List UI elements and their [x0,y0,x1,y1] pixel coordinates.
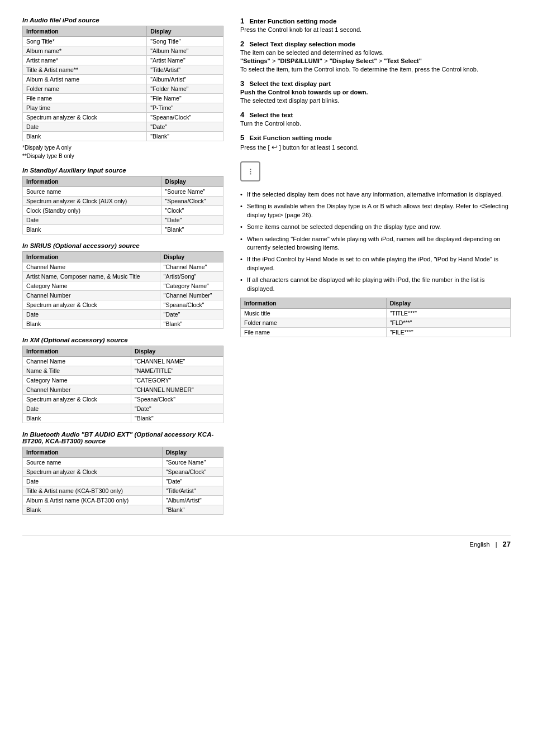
step-2-body: The item can be selected and determined … [240,49,511,73]
table-row: Category Name"Category Name" [23,281,223,291]
table-row: Title & Artist name**"Title/Artist" [23,65,223,75]
table-xm: Information Display Channel Name"CHANNEL… [22,346,223,423]
table-row: Folder name"FLD***" [241,318,511,327]
bullet-item: When selecting "Folder name" while playi… [240,235,511,252]
step-2-line-0: The item can be selected and determined … [240,49,511,56]
bullet-item: If the selected display item does not ha… [240,190,511,199]
cell-display: "Folder Name" [147,84,223,94]
cell-information: Spectrum analyzer & Clock (AUX only) [23,197,162,206]
col-header-information-5: Information [23,447,163,458]
cell-information: Channel Number [23,291,160,300]
table-row: Spectrum analyzer & Clock"Speana/Clock" [23,395,223,404]
step-3: 3 Select the text display part Push the … [240,79,511,104]
cell-information: Spectrum analyzer & Clock [23,395,131,404]
step-4-number: 4 [240,111,244,119]
step-2-title: Select Text display selection mode [249,41,355,47]
table-row: Date"Date" [23,122,223,132]
table-row: Folder name"Folder Name" [23,84,223,94]
table-row: Artist name*"Artist Name" [23,56,223,65]
step-3-body: Push the Control knob towards up or down… [240,89,511,104]
step-5: 5 Exit Function setting mode Press the [… [240,133,511,151]
step-2-number: 2 [240,40,244,48]
step-1: 1 Enter Function setting mode Press the … [240,17,511,33]
cell-display: "Blank" [131,414,223,423]
cell-information: Song Title* [23,37,147,46]
step-3-line-1: The selected text display part blinks. [240,97,511,104]
language-label: English [470,541,490,548]
icon-area: ⁝ [240,158,511,185]
cell-display: "Title/Artist" [147,65,223,75]
cell-information: Category Name [23,281,160,291]
step-4: 4 Select the text Turn the Control knob. [240,111,511,127]
cell-information: Album & Artist name [23,75,147,84]
cell-information: Spectrum analyzer & Clock [23,467,163,477]
step-1-spacer [246,18,248,25]
cell-information: Name & Title [23,366,131,376]
cell-display: "Speana/Clock" [162,467,223,477]
right-column: 1 Enter Function setting mode Press the … [240,17,511,518]
cell-information: Spectrum analyzer & Clock [23,113,147,122]
page-number: 27 [503,540,511,548]
cell-information: Channel Name [23,262,160,272]
cell-display: "FLD***" [386,318,510,327]
col-header-display-ipod: Display [386,298,510,308]
cell-display: "Blank" [147,132,223,141]
step-2: 2 Select Text display selection mode The… [240,40,511,73]
bullet-item: Setting is available when the Display ty… [240,202,511,219]
cell-display: "TITLE***" [386,308,510,318]
cell-display: "Artist Name" [147,56,223,65]
cell-display: "FILE***" [386,327,510,337]
cell-display: "Blank" [161,225,223,235]
col-header-information-ipod: Information [241,298,387,308]
cell-display: "Date" [162,477,223,486]
table-audio-ipod: Information Display Song Title*"Song Tit… [22,26,223,141]
table-row: Artist Name, Composer name, & Music Titl… [23,272,223,281]
step-2-line-1: "Settings" > "DISP&ILLUMI" > "Display Se… [240,58,511,64]
step-1-body: Press the Control knob for at least 1 se… [240,26,511,33]
left-column: In Audio file/ iPod source Information D… [22,17,223,518]
cell-information: Blank [23,414,131,423]
step-3-number: 3 [240,79,244,88]
col-header-information-1: Information [23,26,147,37]
grid-icon: ⁝ [249,166,252,177]
cell-information: Date [23,404,131,414]
bullet-item: If the iPod Control by Hand Mode is set … [240,255,511,272]
cell-information: Category Name [23,376,131,385]
cell-information: Folder name [241,318,387,327]
cell-display: "Source Name" [162,458,223,467]
section-title-sirius: In SIRIUS (Optional accessory) source [22,242,223,249]
table-row: Date"Date" [23,404,223,414]
table-row: File name"FILE***" [241,327,511,337]
table-row: Blank"Blank" [23,319,223,329]
cell-display: "Channel Number" [160,291,223,300]
table-bluetooth: Information Display Source name"Source N… [22,447,223,515]
cell-display: "CHANNEL NAME" [131,357,223,366]
cell-information: Date [23,477,163,486]
cell-information: Blank [23,505,163,515]
page-layout: In Audio file/ iPod source Information D… [22,17,511,518]
footnote-2: **Dispaly type B only [22,153,223,159]
cell-information: Title & Artist name (KCA-BT300 only) [23,486,163,496]
cell-display: "Channel Name" [160,262,223,272]
cell-information: Album & Artist name (KCA-BT300 only) [23,496,163,505]
cell-display: "Album/Artist" [162,496,223,505]
table-row: Title & Artist name (KCA-BT300 only)"Tit… [23,486,223,496]
cell-display: "Category Name" [160,281,223,291]
col-header-display-5: Display [162,447,223,458]
cell-display: "Date" [131,404,223,414]
cell-information: Date [23,310,160,319]
col-header-display-2: Display [161,176,223,187]
table-row: Blank"Blank" [23,225,223,235]
cell-information: File name [23,94,147,103]
table-row: Spectrum analyzer & Clock"Speana/Clock" [23,113,223,122]
table-row: Album name*"Album Name" [23,46,223,56]
table-row: Name & Title"NAME/TITLE" [23,366,223,376]
table-row: Album & Artist name"Album/Artist" [23,75,223,84]
table-row: Category Name"CATEGORY" [23,376,223,385]
step-5-spacer [246,135,248,141]
table-row: Channel Number"CHANNEL NUMBER" [23,385,223,395]
bullet-item: If all characters cannot be displayed wh… [240,276,511,293]
step-4-title: Select the text [249,112,293,118]
cell-display: "P-Time" [147,103,223,113]
table-row: Date"Date" [23,216,223,225]
